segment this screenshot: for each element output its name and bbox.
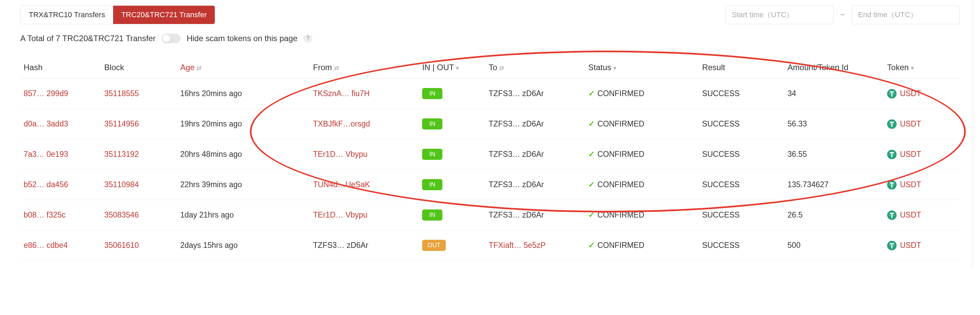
- token-cell[interactable]: USDT: [887, 180, 956, 190]
- caret-down-icon[interactable]: ▾: [613, 65, 616, 71]
- age-text: 16hrs 20mins ago: [180, 89, 242, 98]
- date-range-separator: ~: [840, 10, 845, 19]
- io-badge: IN: [422, 119, 442, 130]
- from-address[interactable]: TUN4d…UeSaK: [313, 180, 370, 189]
- block-link[interactable]: 35118555: [104, 89, 139, 98]
- from-address[interactable]: TEr1D… Vbypu: [313, 211, 368, 219]
- status-text: CONFIRMED: [597, 150, 644, 158]
- to-address[interactable]: TFXiaft… 5e5zP: [488, 241, 546, 250]
- io-badge: IN: [422, 209, 442, 220]
- hash-link[interactable]: 857… 299d9: [24, 89, 68, 98]
- hash-link[interactable]: b08… f325c: [24, 211, 65, 219]
- token-name[interactable]: USDT: [900, 241, 921, 250]
- caret-down-icon[interactable]: ▾: [456, 65, 459, 71]
- check-icon: ✓: [588, 119, 595, 128]
- usdt-icon: [887, 211, 897, 220]
- age-text: 1day 21hrs ago: [180, 211, 234, 219]
- th-status[interactable]: Status: [588, 63, 611, 72]
- block-link[interactable]: 35113192: [104, 150, 139, 158]
- th-amount: Amount/Token Id: [788, 63, 848, 72]
- table-row: d0a… 3add3 35114956 19hrs 20mins ago TXB…: [20, 109, 960, 139]
- age-text: 20hrs 48mins ago: [180, 150, 242, 158]
- check-icon: ✓: [588, 241, 595, 250]
- right-divider: [972, 0, 973, 266]
- amount-text: 34: [788, 89, 796, 98]
- date-filter-group: ~: [725, 5, 960, 24]
- result-text: SUCCESS: [702, 241, 740, 250]
- age-text: 19hrs 20mins ago: [180, 119, 242, 128]
- from-address: TZFS3… zD6Ar: [313, 241, 368, 250]
- token-cell[interactable]: USDT: [887, 89, 956, 98]
- io-badge: IN: [422, 149, 442, 160]
- table-row: 7a3… 0e193 35113192 20hrs 48mins ago TEr…: [20, 139, 960, 169]
- token-name[interactable]: USDT: [900, 180, 921, 189]
- start-time-input[interactable]: [725, 5, 834, 24]
- check-icon: ✓: [588, 180, 595, 189]
- usdt-icon: [887, 89, 897, 98]
- hide-scam-toggle[interactable]: [162, 34, 181, 43]
- th-inout[interactable]: IN | OUT: [422, 63, 454, 72]
- th-block: Block: [104, 63, 124, 72]
- result-text: SUCCESS: [702, 211, 740, 219]
- from-address[interactable]: TXBJfkF…orsgd: [313, 119, 370, 128]
- status-text: CONFIRMED: [597, 180, 644, 189]
- status-text: CONFIRMED: [597, 89, 644, 98]
- result-text: SUCCESS: [702, 119, 740, 128]
- result-text: SUCCESS: [702, 180, 740, 189]
- token-cell[interactable]: USDT: [887, 241, 956, 250]
- block-link[interactable]: 35114956: [104, 119, 139, 128]
- tab-trx-trc10[interactable]: TRX&TRC10 Transfers: [21, 6, 113, 24]
- hash-link[interactable]: 7a3… 0e193: [24, 150, 68, 158]
- swap-icon[interactable]: ⇄: [197, 65, 202, 71]
- usdt-icon: [887, 119, 897, 129]
- th-age[interactable]: Age: [180, 63, 195, 72]
- usdt-icon: [887, 180, 897, 190]
- result-text: SUCCESS: [702, 150, 740, 158]
- from-address[interactable]: TEr1D… Vbypu: [313, 150, 368, 158]
- total-count-text: A Total of 7 TRC20&TRC721 Transfer: [20, 34, 156, 43]
- status-text: CONFIRMED: [597, 241, 644, 250]
- summary-row: A Total of 7 TRC20&TRC721 Transfer Hide …: [20, 34, 960, 43]
- block-link[interactable]: 35061610: [104, 241, 139, 250]
- table-row: b08… f325c 35083546 1day 21hrs ago TEr1D…: [20, 200, 960, 230]
- table-row: 857… 299d9 35118555 16hrs 20mins ago TKS…: [20, 79, 960, 109]
- from-address[interactable]: TKSznA… fiu7H: [313, 89, 369, 98]
- token-name[interactable]: USDT: [900, 89, 921, 98]
- check-icon: ✓: [588, 211, 595, 219]
- token-cell[interactable]: USDT: [887, 119, 956, 129]
- usdt-icon: [887, 150, 897, 159]
- check-icon: ✓: [588, 89, 595, 98]
- th-result: Result: [702, 63, 725, 72]
- th-from: From: [313, 63, 332, 72]
- help-icon[interactable]: ?: [304, 34, 312, 43]
- token-name[interactable]: USDT: [900, 150, 921, 159]
- end-time-input[interactable]: [852, 5, 960, 24]
- age-text: 22hrs 39mins ago: [180, 180, 242, 189]
- token-name[interactable]: USDT: [900, 211, 921, 220]
- hide-scam-label: Hide scam tokens on this page: [187, 34, 298, 43]
- tab-trc20-trc721[interactable]: TRC20&TRC721 Transfer: [113, 6, 215, 24]
- amount-text: 26.5: [788, 211, 803, 219]
- status-text: CONFIRMED: [597, 119, 644, 128]
- filter-icon[interactable]: ⇄: [334, 65, 339, 71]
- hash-link[interactable]: b52… da456: [24, 180, 68, 189]
- th-token[interactable]: Token: [887, 63, 909, 72]
- amount-text: 135.734627: [788, 180, 829, 189]
- caret-down-icon[interactable]: ▾: [911, 65, 914, 71]
- th-hash: Hash: [24, 63, 43, 72]
- to-address: TZFS3… zD6Ar: [488, 89, 544, 98]
- to-address: TZFS3… zD6Ar: [488, 150, 544, 158]
- hash-link[interactable]: d0a… 3add3: [24, 119, 68, 128]
- th-to: To: [488, 63, 497, 72]
- token-name[interactable]: USDT: [900, 119, 921, 128]
- io-badge: IN: [422, 179, 442, 190]
- block-link[interactable]: 35110984: [104, 180, 139, 189]
- token-cell[interactable]: USDT: [887, 211, 956, 220]
- filter-icon[interactable]: ⇄: [499, 65, 504, 71]
- to-address: TZFS3… zD6Ar: [488, 119, 544, 128]
- amount-text: 36.55: [788, 150, 807, 158]
- hash-link[interactable]: e86… cdbe4: [24, 241, 68, 250]
- transfer-tabs: TRX&TRC10 Transfers TRC20&TRC721 Transfe…: [20, 5, 215, 24]
- token-cell[interactable]: USDT: [887, 150, 956, 159]
- block-link[interactable]: 35083546: [104, 211, 139, 219]
